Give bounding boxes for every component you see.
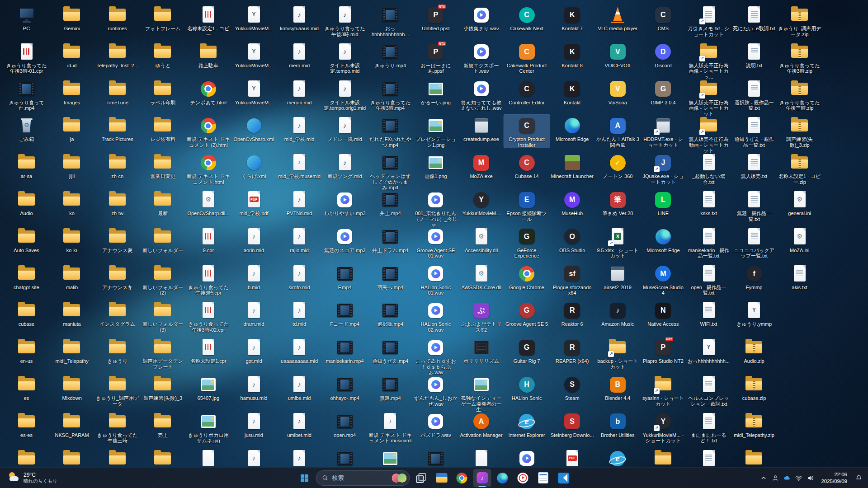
- desktop-icon[interactable]: テンポあて.html: [185, 78, 231, 106]
- wifi-icon[interactable]: [793, 471, 805, 485]
- desktop-icon[interactable]: 井上.mp4: [368, 188, 413, 216]
- desktop-icon[interactable]: ♪umibe.mid: [277, 373, 322, 401]
- notepad-taskbar-button[interactable]: [534, 469, 552, 487]
- desktop-icon[interactable]: KKontakt 8: [549, 41, 595, 69]
- desktop-icon[interactable]: 001_東北きりたん（ノーマル）_今じゃ...: [413, 188, 458, 228]
- desktop-icon[interactable]: こってゐｈｄすおｆｄｓｂらぶぁ.wav: [413, 336, 458, 375]
- desktop-icon[interactable]: Audio.zip: [731, 336, 777, 364]
- desktop-icon[interactable]: 小銭集まり.wav: [458, 4, 504, 32]
- desktop-icon[interactable]: [49, 447, 95, 469]
- desktop-icon[interactable]: Microsoft Edge: [640, 225, 686, 253]
- desktop-icon[interactable]: ♪メドレー風.mid: [322, 114, 368, 142]
- desktop-icon[interactable]: es-es: [4, 410, 49, 438]
- desktop-icon[interactable]: きゅうり_調声用データ: [94, 373, 140, 407]
- desktop-icon[interactable]: NNative Access: [640, 299, 686, 327]
- desktop-icon[interactable]: Aかんたん！AITalk 3 関西風: [595, 114, 641, 148]
- desktop-icon[interactable]: MMuseHub: [549, 188, 595, 216]
- desktop-icon[interactable]: chatgpt-site: [4, 263, 49, 291]
- desktop-icon[interactable]: ♪gpt.mid: [231, 336, 277, 364]
- desktop-icon[interactable]: 65407.jpg: [185, 373, 231, 401]
- desktop-icon[interactable]: [368, 447, 413, 469]
- desktop-icon[interactable]: [322, 447, 368, 469]
- desktop-icon[interactable]: OpenCvSharp.xml: [231, 114, 277, 142]
- desktop-icon[interactable]: MMoZA.exe: [458, 151, 504, 179]
- desktop-icon[interactable]: fFymmp: [731, 263, 777, 291]
- desktop-icon[interactable]: [686, 447, 731, 469]
- desktop-icon[interactable]: くらげ.xml: [231, 151, 277, 179]
- desktop-icon[interactable]: ⚙MoZA.ini: [777, 225, 822, 253]
- desktop-icon[interactable]: ♪meroin.mid: [277, 78, 322, 106]
- desktop-icon[interactable]: 死にたい_e歌詞.txt: [731, 4, 777, 32]
- desktop-icon[interactable]: ゆうと: [140, 41, 186, 69]
- youtube-music-taskbar-button[interactable]: [514, 469, 532, 487]
- desktop-icon[interactable]: わかりやすい.mp3: [322, 188, 368, 216]
- desktop-icon[interactable]: ↗HDDFMT.exe - ショートカット: [640, 114, 686, 148]
- desktop-icon[interactable]: 新規エクスポート.wav: [458, 41, 504, 74]
- desktop-icon[interactable]: bBrother Utilities: [595, 410, 641, 438]
- desktop-icon[interactable]: [4, 447, 49, 469]
- desktop-icon[interactable]: 9.cpr: [185, 225, 231, 253]
- desktop-icon[interactable]: 新しいフォルダー (2): [140, 263, 186, 296]
- desktop-icon[interactable]: ニコニコバックアップ一覧.txt: [731, 225, 777, 259]
- desktop-icon[interactable]: きゅうり食ってた午後三時.zip: [777, 78, 822, 111]
- desktop-icon[interactable]: ♪hamusu.mid: [231, 373, 277, 401]
- desktop-icon[interactable]: ♪uaaaaaaaaa.mid: [277, 336, 322, 364]
- desktop-icon[interactable]: cubase: [4, 299, 49, 327]
- desktop-icon[interactable]: X↗9.5.xlsx - ショートカット: [595, 225, 641, 259]
- desktop-icon[interactable]: YYukkuriMovieM...: [231, 4, 277, 32]
- desktop-icon[interactable]: Yきゅうり.ymmp: [731, 299, 777, 327]
- desktop-icon[interactable]: Groove Agent SE 01.wav: [413, 225, 458, 259]
- desktop-icon[interactable]: だれだFXいれたやつ.mp4: [368, 114, 413, 148]
- desktop-icon[interactable]: ぷぷよぷよ™テトリス®2: [458, 299, 504, 333]
- desktop-icon[interactable]: きゅうり食ってた午後三時: [94, 410, 140, 444]
- desktop-icon[interactable]: PDF: [549, 447, 595, 469]
- desktop-icon[interactable]: フォトフレーム: [140, 4, 186, 32]
- desktop-icon[interactable]: きゅうり_調声用データ.zip: [777, 4, 822, 37]
- weather-widget[interactable]: 29°C 晴れのちくもり: [4, 470, 62, 486]
- chrome-taskbar-button[interactable]: [453, 469, 471, 487]
- desktop-icon[interactable]: 答え知ってても教えないこれし.wav: [458, 78, 504, 111]
- desktop-icon[interactable]: ♪タイトル未設定.tempo.mid: [322, 41, 368, 74]
- desktop-icon[interactable]: 新しいフォルダー: [140, 225, 186, 253]
- desktop-icon[interactable]: VVOICEVOX: [595, 41, 641, 69]
- desktop-icon[interactable]: manisekarin.mp4: [322, 336, 368, 364]
- desktop-icon[interactable]: かるーい.png: [413, 78, 458, 106]
- desktop-icon[interactable]: HALion Sonic 01.wav: [413, 263, 458, 296]
- desktop-icon[interactable]: 新しいフォルダー (3): [140, 299, 186, 333]
- desktop-icon[interactable]: Gemini: [49, 4, 95, 32]
- desktop-icon[interactable]: HALion Sonic 02.wav: [413, 299, 458, 333]
- search-input[interactable]: 検索: [316, 470, 410, 486]
- desktop-icon[interactable]: ♪sirofo.mid: [277, 263, 322, 291]
- desktop-icon[interactable]: 調声練習(失敗)_3: [140, 373, 186, 401]
- desktop-icon[interactable]: ♪新規 テキスト ドキュメント.musicxml: [368, 410, 413, 444]
- desktop-icon[interactable]: 売上: [140, 410, 186, 438]
- desktop-icon[interactable]: [504, 447, 550, 469]
- desktop-icon[interactable]: パズドラ.wav: [413, 410, 458, 438]
- desktop-icon[interactable]: ♪mero.mid: [277, 41, 322, 69]
- desktop-icon[interactable]: MMuseScore Studio 4: [640, 263, 686, 296]
- desktop-icon[interactable]: [94, 447, 140, 469]
- desktop-icon[interactable]: ♪b.mid: [231, 263, 277, 291]
- desktop-icon[interactable]: おっhhhhhhhhhhhh...: [368, 4, 413, 37]
- desktop-icon[interactable]: 最新: [140, 188, 186, 216]
- desktop-icon[interactable]: PDFmid_学校.pdf: [231, 188, 277, 216]
- desktop-icon[interactable]: manisekarin - 親作品一覧.txt: [686, 225, 731, 259]
- desktop-icon[interactable]: 無題.mp4: [368, 373, 413, 401]
- desktop-icon[interactable]: きゅうり食ってた午後3時.mp4: [368, 78, 413, 111]
- desktop-icon[interactable]: _起動しない場合.txt: [686, 151, 731, 185]
- desktop-icon[interactable]: きゅうり.mp4: [368, 41, 413, 69]
- desktop-icon[interactable]: 調声練習(失敗)_3.zip: [777, 114, 822, 148]
- desktop-icon[interactable]: ♪新規ソング.mid: [322, 151, 368, 179]
- desktop-icon[interactable]: e: [595, 447, 641, 469]
- desktop-icon[interactable]: 新規 テキスト ドキュメント.html: [185, 151, 231, 185]
- desktop-icon[interactable]: VLC media player: [595, 4, 641, 32]
- desktop-icon[interactable]: きゅうり食ってた午後3時.zip: [777, 41, 822, 74]
- desktop-icon[interactable]: ksks.txt: [686, 188, 731, 216]
- desktop-icon[interactable]: akis.txt: [777, 263, 822, 291]
- desktop-icon[interactable]: CCakewalk Product Center: [504, 41, 550, 74]
- desktop-icon[interactable]: 新規 テキスト ドキュメント (2).html: [185, 114, 231, 148]
- desktop-icon[interactable]: 名称未設定1 - コピー.zip: [777, 151, 822, 185]
- desktop-icon[interactable]: ko-kr: [49, 225, 95, 253]
- desktop-icon[interactable]: CCrypton Product Installer: [504, 114, 550, 148]
- notification-bell-button[interactable]: [852, 470, 865, 486]
